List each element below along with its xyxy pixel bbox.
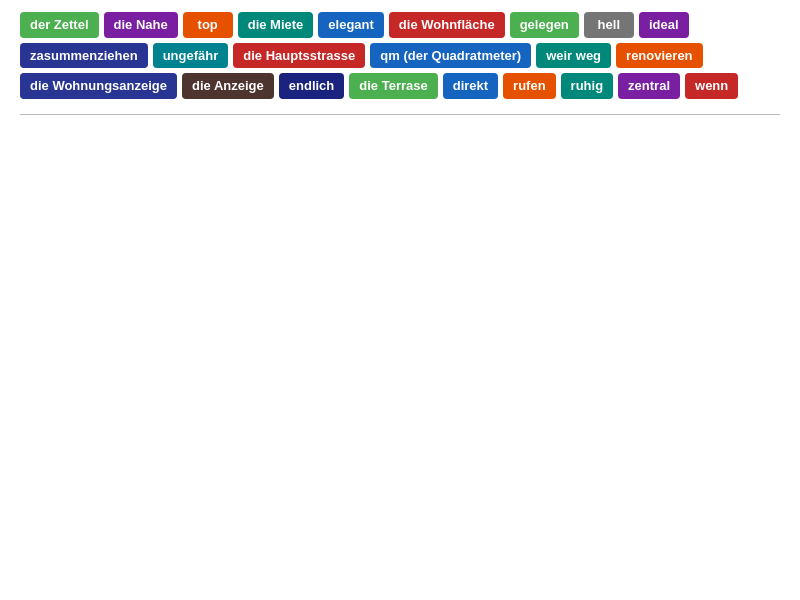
divider (20, 114, 780, 115)
word-chip-ideal[interactable]: ideal (639, 12, 689, 38)
word-chip-qm[interactable]: qm (der Quadratmeter) (370, 43, 531, 69)
matching-area (0, 120, 800, 136)
word-chip-gelegen[interactable]: gelegen (510, 12, 579, 38)
word-chip-wenn[interactable]: wenn (685, 73, 738, 99)
word-chip-die_miete[interactable]: die Miete (238, 12, 314, 38)
word-chip-ungefahr[interactable]: ungefähr (153, 43, 229, 69)
word-chip-hell[interactable]: hell (584, 12, 634, 38)
word-chip-die_anzeige[interactable]: die Anzeige (182, 73, 274, 99)
word-chip-rufen[interactable]: rufen (503, 73, 556, 99)
word-chip-zentral[interactable]: zentral (618, 73, 680, 99)
word-chip-die_wohnungsanzeige[interactable]: die Wohnungsanzeige (20, 73, 177, 99)
word-chip-die_wohnflache[interactable]: die Wohnfläche (389, 12, 505, 38)
word-chip-weir_weg[interactable]: weir weg (536, 43, 611, 69)
word-chip-ruhig[interactable]: ruhig (561, 73, 614, 99)
word-chip-die_hauptsstrasse[interactable]: die Hauptsstrasse (233, 43, 365, 69)
word-chip-elegant[interactable]: elegant (318, 12, 384, 38)
word-chip-top[interactable]: top (183, 12, 233, 38)
word-chip-renovieren[interactable]: renovieren (616, 43, 702, 69)
word-chip-zasummenziehen[interactable]: zasummenziehen (20, 43, 148, 69)
word-chip-endlich[interactable]: endlich (279, 73, 345, 99)
word-chip-die_nahe[interactable]: die Nahe (104, 12, 178, 38)
word-chip-direkt[interactable]: direkt (443, 73, 498, 99)
word-chip-die_terrase[interactable]: die Terrase (349, 73, 437, 99)
word-bank: der Zetteldie Nahetopdie Mieteelegantdie… (0, 0, 800, 109)
word-chip-der_zettel[interactable]: der Zettel (20, 12, 99, 38)
